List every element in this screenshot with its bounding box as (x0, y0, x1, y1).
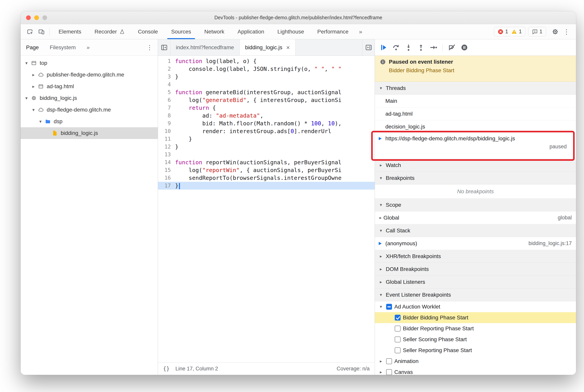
triangle-right-icon[interactable]: ▸ (30, 72, 37, 78)
gutter-line-number[interactable]: 1 (158, 57, 175, 65)
checkbox[interactable] (386, 358, 392, 364)
gutter-line-number[interactable]: 16 (158, 174, 175, 182)
code-line-content[interactable]: } (175, 182, 375, 190)
code-line-content[interactable]: function reportWin(auctionSignals, perBu… (175, 158, 375, 166)
triangle-down-icon[interactable]: ▾ (30, 107, 37, 112)
checkbox[interactable] (395, 336, 401, 342)
elb-item-seller-scoring-phase-start[interactable]: Seller Scoring Phase Start (375, 334, 576, 345)
pause-on-exceptions-button[interactable] (459, 42, 470, 53)
threads-section-header[interactable]: ▾ Threads (375, 82, 576, 94)
pretty-print-button[interactable]: {} (163, 366, 170, 372)
resume-button[interactable] (378, 42, 389, 53)
code-line-content[interactable]: console.log(label, JSON.stringify(o, " "… (175, 65, 375, 73)
panel-tab-sources[interactable]: Sources (165, 24, 198, 39)
step-button[interactable] (428, 42, 439, 53)
minimize-window-button[interactable] (34, 16, 39, 20)
close-tab-icon[interactable]: × (286, 44, 290, 50)
triangle-down-icon[interactable]: ▾ (23, 96, 30, 101)
toggle-navigator-icon[interactable] (158, 39, 170, 56)
code-line-content[interactable]: sendReportTo(browserSignals.interestGrou… (175, 174, 375, 182)
code-line-content[interactable] (175, 80, 375, 88)
triangle-down-icon[interactable]: ▾ (23, 60, 30, 66)
tab-filesystem[interactable]: Filesystem (44, 39, 81, 56)
settings-gear-icon[interactable] (550, 26, 561, 37)
console-errors-warnings[interactable]: 1 1 (494, 27, 526, 36)
code-line-content[interactable]: log("reportWin", { auctionSignals, perBu… (175, 166, 375, 174)
code-line-content[interactable]: } (175, 143, 375, 151)
code-line-content[interactable]: bid: Math.floor(Math.random() * 100, 10)… (175, 120, 375, 127)
code-line-content[interactable]: function generateBid(interestGroup, auct… (175, 88, 375, 96)
panel-tab-application[interactable]: Application (231, 24, 271, 39)
gutter-line-number[interactable]: 17 (158, 182, 175, 190)
gutter-line-number[interactable]: 3 (158, 73, 175, 80)
code-line-content[interactable]: } (175, 135, 375, 143)
gutter-line-number[interactable]: 13 (158, 151, 175, 158)
gutter-line-number[interactable]: 5 (158, 88, 175, 96)
code-line-content[interactable]: ad: "ad-metadata", (175, 112, 375, 120)
thread-decision-logic-js[interactable]: decision_logic.js (375, 120, 576, 133)
elb-category-ad-auction-worklet[interactable]: ▾Ad Auction Worklet (375, 301, 576, 312)
gutter-line-number[interactable]: 7 (158, 104, 175, 112)
gutter-line-number[interactable]: 9 (158, 120, 175, 127)
code-editor[interactable]: 1function log(label, o) {2 console.log(l… (158, 56, 375, 362)
triangle-right-icon[interactable]: ▸ (378, 215, 383, 220)
gutter-line-number[interactable]: 10 (158, 127, 175, 135)
code-line-content[interactable]: log("generateBid", { interestGroup, auct… (175, 96, 375, 104)
elb-category-animation[interactable]: ▸Animation (375, 356, 576, 367)
gutter-line-number[interactable]: 8 (158, 112, 175, 120)
breakpoints-section-header[interactable]: ▾ Breakpoints (375, 172, 576, 184)
triangle-right-icon[interactable]: ▸ (30, 84, 37, 89)
thread-main[interactable]: Main (375, 94, 576, 108)
kebab-menu-icon[interactable]: ⋮ (561, 26, 572, 37)
issues-button[interactable]: 1 (528, 27, 546, 36)
gutter-line-number[interactable]: 15 (158, 166, 175, 174)
panel-tab-lighthouse[interactable]: Lighthouse (271, 24, 311, 39)
more-navigator-tabs-icon[interactable]: » (81, 39, 95, 56)
navigator-kebab-menu-icon[interactable]: ⋮ (141, 44, 158, 51)
thread-https-dsp-fledge-demo-glitch-me-dsp-bidding-logic-js[interactable]: https://dsp-fledge-demo.glitch.me/dsp/bi… (375, 133, 576, 159)
panel-tab-elements[interactable]: Elements (52, 24, 88, 39)
elb-item-seller-reporting-phase-start[interactable]: Seller Reporting Phase Start (375, 345, 576, 356)
dom-breakpoints-section-header[interactable]: ▸ DOM Breakpoints (375, 263, 576, 276)
checkbox[interactable] (395, 326, 401, 332)
watch-section-header[interactable]: ▸ Watch (375, 159, 576, 172)
event-listener-breakpoints-section-header[interactable]: ▾ Event Listener Breakpoints (375, 288, 576, 301)
scope-global-row[interactable]: ▸ Global global (375, 212, 576, 224)
call-stack-frame[interactable]: (anonymous) bidding_logic.js:17 (375, 237, 576, 250)
device-toolbar-icon[interactable] (36, 26, 47, 37)
global-listeners-section-header[interactable]: ▸ Global Listeners (375, 276, 576, 288)
tab-page[interactable]: Page (21, 39, 44, 56)
code-line-content[interactable]: } (175, 73, 375, 80)
code-line-content[interactable]: render: interestGroup.ads[0].renderUrl (175, 127, 375, 135)
tree-item-ad-tag-html[interactable]: ▸ad-tag.html (21, 80, 158, 92)
panel-tab-recorder[interactable]: Recorder (88, 24, 131, 39)
tree-item-bidding-logic-js[interactable]: ▾bidding_logic.js (21, 92, 158, 104)
checkbox[interactable] (386, 304, 392, 310)
step-into-button[interactable] (403, 42, 414, 53)
tree-item-dsp-fledge-demo-glitch-me[interactable]: ▾dsp-fledge-demo.glitch.me (21, 104, 158, 116)
gutter-line-number[interactable]: 4 (158, 80, 175, 88)
code-line-content[interactable] (175, 151, 375, 158)
close-window-button[interactable] (26, 16, 31, 20)
panel-tab-console[interactable]: Console (131, 24, 165, 39)
triangle-down-icon[interactable]: ▾ (378, 304, 384, 309)
xhr-breakpoints-section-header[interactable]: ▸ XHR/fetch Breakpoints (375, 250, 576, 263)
checkbox[interactable] (386, 369, 392, 375)
code-line-content[interactable]: return { (175, 104, 375, 112)
gutter-line-number[interactable]: 6 (158, 96, 175, 104)
triangle-right-icon[interactable]: ▸ (378, 370, 384, 375)
zoom-window-button[interactable] (42, 16, 47, 20)
step-over-button[interactable] (390, 42, 402, 53)
tree-item-dsp[interactable]: ▾dsp (21, 116, 158, 127)
deactivate-breakpoints-button[interactable] (446, 42, 458, 53)
gutter-line-number[interactable]: 11 (158, 135, 175, 143)
more-panels-icon[interactable]: » (355, 28, 366, 35)
tree-item-top[interactable]: ▾top (21, 57, 158, 69)
panel-tab-network[interactable]: Network (198, 24, 231, 39)
code-line-content[interactable]: function log(label, o) { (175, 57, 375, 65)
editor-tab-bidding-logic-js[interactable]: bidding_logic.js× (240, 39, 296, 56)
tree-item-bidding-logic-js[interactable]: bidding_logic.js (21, 127, 158, 139)
call-stack-section-header[interactable]: ▾ Call Stack (375, 224, 576, 237)
triangle-right-icon[interactable]: ▸ (378, 359, 384, 364)
editor-overflow-icon[interactable] (362, 39, 375, 56)
